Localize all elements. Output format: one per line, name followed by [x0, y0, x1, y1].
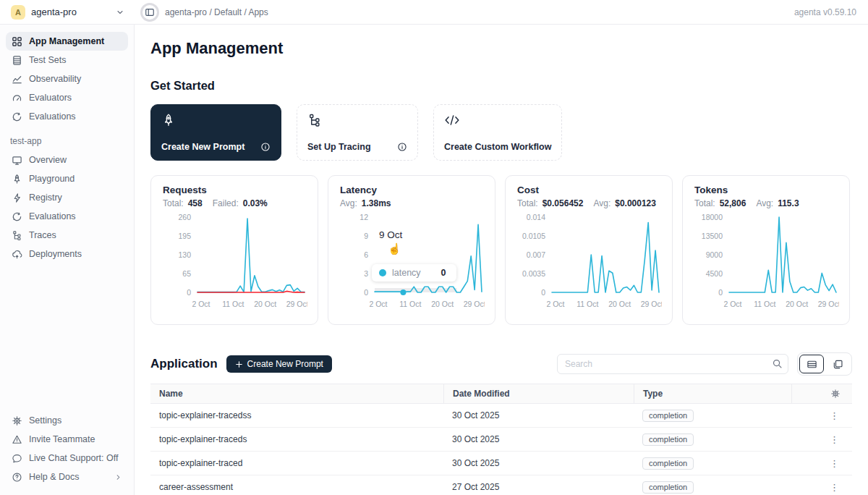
sidebar-toggle-button[interactable] [140, 3, 159, 22]
sidebar-item-invite-teammate[interactable]: Invite Teammate [6, 430, 128, 449]
chart-stats: Total:$0.056452 Avg:$0.000123 [517, 198, 660, 208]
refresh-icon [12, 211, 22, 222]
sidebar-item-evaluations[interactable]: Evaluations [6, 107, 128, 126]
card-label: Set Up Tracing [307, 142, 371, 152]
metrics-cards: Requests Total:458 Failed:0.03% 06513019… [150, 175, 852, 325]
svg-text:0: 0 [541, 288, 545, 297]
sidebar-item-help-docs[interactable]: Help & Docs [6, 468, 128, 486]
table-row[interactable]: career-assessment 27 Oct 2025 completion… [150, 475, 852, 495]
sidebar-item-label: Observability [29, 74, 81, 84]
column-settings-button[interactable] [791, 384, 852, 403]
app-version: agenta v0.59.10 [794, 7, 868, 17]
sidebar-item-label: Live Chat Support: Off [29, 453, 118, 463]
type-badge: completion [642, 433, 694, 446]
sidebar-item-label: Registry [29, 192, 62, 203]
sidebar-panel-icon [145, 7, 155, 17]
svg-text:0.007: 0.007 [527, 250, 545, 259]
type-badge: completion [642, 481, 694, 494]
svg-text:9000: 9000 [706, 250, 723, 259]
column-header-date-modified[interactable]: Date Modified [443, 384, 634, 403]
sidebar-item-app-evaluations[interactable]: Evaluations [6, 207, 128, 226]
svg-text:2 Oct: 2 Oct [369, 300, 387, 308]
row-menu-button[interactable]: ⋮ [791, 410, 852, 421]
sidebar-item-observability[interactable]: Observability [6, 69, 128, 88]
warning-triangle-icon [12, 434, 22, 445]
create-custom-workflow-card[interactable]: Create Custom Workflow [433, 104, 562, 161]
application-heading: Application [150, 357, 218, 371]
app-name: topic-explainer-traceds [150, 434, 443, 444]
sidebar-item-test-sets[interactable]: Test Sets [6, 51, 128, 69]
info-icon[interactable] [260, 142, 271, 152]
table-row[interactable]: topic-explainer-tracedss 30 Oct 2025 com… [150, 404, 852, 428]
grid-icon [12, 36, 22, 47]
sidebar-item-label: Evaluations [29, 211, 76, 221]
column-header-name[interactable]: Name [150, 384, 443, 403]
row-menu-button[interactable]: ⋮ [791, 434, 852, 445]
question-circle-icon [12, 472, 22, 483]
sidebar-item-playground[interactable]: Playground [6, 169, 128, 188]
sidebar-item-settings[interactable]: Settings [6, 411, 128, 430]
chart-stats: Avg:1.38ms [340, 198, 483, 208]
sidebar-item-label: Playground [29, 174, 75, 184]
view-toggle-group [797, 352, 852, 376]
sidebar-item-app-management[interactable]: App Management [6, 32, 128, 51]
card-label: Create New Prompt [161, 142, 244, 152]
row-menu-button[interactable]: ⋮ [791, 482, 852, 493]
row-menu-button[interactable]: ⋮ [791, 458, 852, 469]
info-icon[interactable] [397, 142, 407, 152]
card-label: Create Custom Workflow [444, 142, 551, 152]
card-view-button[interactable] [825, 355, 850, 373]
app-date: 30 Oct 2025 [443, 458, 634, 468]
type-badge: completion [642, 457, 694, 470]
app-name: topic-explainer-tracedss [150, 410, 443, 420]
series-value: 0 [441, 268, 446, 278]
chart-title: Latency [340, 185, 483, 195]
svg-text:0.014: 0.014 [527, 213, 545, 221]
tree-icon [307, 113, 322, 127]
svg-text:11 Oct: 11 Oct [222, 300, 244, 308]
sidebar-item-registry[interactable]: Registry [6, 188, 128, 207]
sidebar-item-traces[interactable]: Traces [6, 226, 128, 245]
plus-icon [235, 360, 243, 368]
table-view-icon [807, 359, 817, 370]
svg-text:3: 3 [364, 269, 368, 278]
sidebar-item-label: Invite Teammate [29, 434, 95, 444]
monitor-icon [12, 155, 22, 166]
application-header-row: Application Create New Prompt [150, 352, 852, 376]
sidebar-item-overview[interactable]: Overview [6, 151, 128, 169]
agenta-app-window: A agenta-pro agenta-pro / Default / Apps… [0, 0, 868, 495]
sidebar-item-evaluators[interactable]: Evaluators [6, 88, 128, 107]
sidebar-item-label: Evaluations [29, 111, 76, 122]
breadcrumb[interactable]: agenta-pro / Default / Apps [165, 7, 268, 17]
sidebar-item-live-chat-support[interactable]: Live Chat Support: Off [6, 449, 128, 468]
test-sets-icon [12, 55, 22, 66]
svg-text:11 Oct: 11 Oct [576, 300, 598, 308]
create-new-prompt-card[interactable]: Create New Prompt [150, 104, 281, 161]
sidebar-item-label: Deployments [29, 249, 82, 259]
svg-text:20 Oct: 20 Oct [431, 300, 454, 308]
svg-text:195: 195 [178, 232, 191, 240]
table-view-button[interactable] [799, 355, 824, 373]
column-header-type[interactable]: Type [634, 384, 791, 403]
create-new-prompt-button[interactable]: Create New Prompt [226, 355, 332, 373]
svg-text:29 Oct: 29 Oct [464, 300, 485, 308]
svg-text:18000: 18000 [702, 213, 723, 221]
type-badge: completion [642, 410, 694, 422]
set-up-tracing-card[interactable]: Set Up Tracing [297, 104, 418, 161]
svg-text:65: 65 [182, 269, 191, 278]
table-row[interactable]: topic-explainer-traceds 30 Oct 2025 comp… [150, 428, 852, 452]
workspace-name: agenta-pro [31, 7, 77, 17]
chart-line-icon [12, 74, 22, 85]
svg-text:4500: 4500 [706, 269, 723, 278]
svg-text:20 Oct: 20 Oct [254, 300, 276, 308]
search-icon[interactable] [772, 358, 783, 372]
chart-title: Cost [517, 185, 660, 195]
sidebar-item-deployments[interactable]: Deployments [6, 245, 128, 263]
sidebar-item-label: Overview [29, 155, 67, 165]
tokens-chart-card: Tokens Total:52,806 Avg:115.3 0450090001… [682, 175, 850, 325]
workspace-selector[interactable]: A agenta-pro [0, 5, 135, 20]
sidebar-item-label: Settings [29, 415, 61, 426]
svg-text:29 Oct: 29 Oct [641, 300, 662, 308]
search-input[interactable] [557, 354, 788, 374]
table-row[interactable]: topic-explainer-traced 30 Oct 2025 compl… [150, 452, 852, 475]
